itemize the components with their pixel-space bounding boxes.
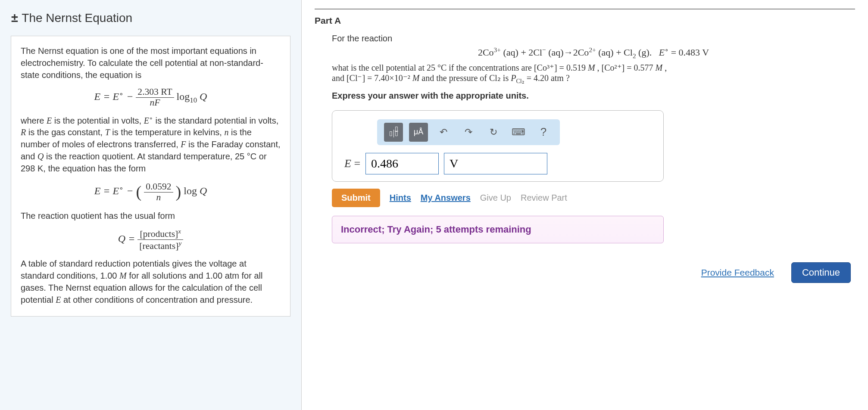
bottom-row: Provide Feedback Continue <box>315 262 855 283</box>
my-answers-link[interactable]: My Answers <box>421 193 471 203</box>
question-line-1: what is the cell potential at 25 °C if t… <box>332 62 855 73</box>
continue-button[interactable]: Continue <box>791 262 851 283</box>
hints-link[interactable]: Hints <box>390 193 411 203</box>
answer-box: ▯▯▯ μÅ ↶ ↷ ↻ ⌨ ? E = <box>332 110 664 182</box>
undo-icon[interactable]: ↶ <box>434 123 453 142</box>
rq-intro: The reaction quotient has the usual form <box>21 210 281 222</box>
reset-icon[interactable]: ↻ <box>484 123 503 142</box>
answer-toolbar: ▯▯▯ μÅ ↶ ↷ ↻ ⌨ ? <box>377 119 560 145</box>
question-line-2: and [Cl⁻] = 7.40×10⁻² M and the pressure… <box>332 73 855 85</box>
question-body: For the reaction 2Co3+ (aq) + 2Cl− (aq)→… <box>315 34 855 243</box>
reaction-quotient-eq: Q = [products]x [reactants]y <box>21 228 281 252</box>
answer-value-input[interactable] <box>365 153 439 174</box>
intro-text: The Nernst equation is one of the most i… <box>21 45 281 81</box>
where-text: where E is the potential in volts, E∘ is… <box>21 114 281 175</box>
action-row: Submit Hints My Answers Give Up Review P… <box>332 189 855 207</box>
panel-title-text: The Nernst Equation <box>22 11 132 25</box>
closing-text: A table of standard reduction potentials… <box>21 258 281 306</box>
nernst-equation-full: E = E∘ − 2.303 RTnF log10 Q <box>21 87 281 108</box>
provide-feedback-link[interactable]: Provide Feedback <box>701 267 774 278</box>
redo-icon[interactable]: ↷ <box>459 123 478 142</box>
templates-icon[interactable]: ▯▯▯ <box>384 123 403 142</box>
answer-row: E = <box>343 153 653 174</box>
reaction-equation: 2Co3+ (aq) + 2Cl− (aq)→2Co2+ (aq) + Cl2 … <box>332 46 855 60</box>
part-header: Part A <box>315 9 855 26</box>
answer-units-input[interactable] <box>444 153 547 174</box>
collapse-icon[interactable]: ± <box>11 11 19 25</box>
info-box: The Nernst equation is one of the most i… <box>11 36 290 317</box>
answer-label: E = <box>344 157 360 170</box>
keyboard-icon[interactable]: ⌨ <box>509 123 528 142</box>
help-icon[interactable]: ? <box>534 123 553 142</box>
give-up-button[interactable]: Give Up <box>480 193 511 203</box>
nernst-equation-25c: E = E∘ − ( 0.0592n ) log Q <box>21 180 281 204</box>
right-panel: Part A For the reaction 2Co3+ (aq) + 2Cl… <box>302 0 868 410</box>
panel-title[interactable]: ± The Nernst Equation <box>11 11 290 25</box>
left-panel: ± The Nernst Equation The Nernst equatio… <box>0 0 302 410</box>
feedback-message: Incorrect; Try Again; 5 attempts remaini… <box>332 216 664 243</box>
answer-instruction: Express your answer with the appropriate… <box>332 91 855 101</box>
submit-button[interactable]: Submit <box>332 189 380 207</box>
units-icon[interactable]: μÅ <box>409 123 428 142</box>
review-part-button[interactable]: Review Part <box>521 193 567 203</box>
question-intro: For the reaction <box>332 34 855 43</box>
